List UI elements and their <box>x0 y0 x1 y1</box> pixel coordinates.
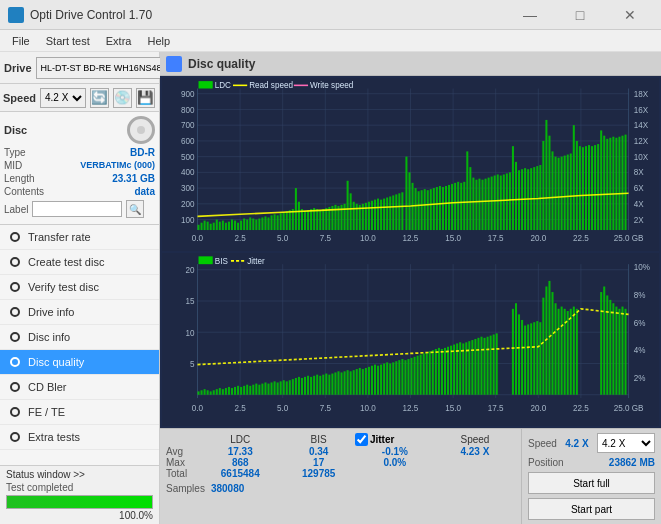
svg-rect-284 <box>411 358 413 395</box>
svg-rect-241 <box>280 381 282 394</box>
avg-ldc: 17.33 <box>198 446 282 457</box>
sidebar-item-drive-info[interactable]: Drive info <box>0 300 159 325</box>
avg-jitter: -0.1% <box>355 446 435 457</box>
svg-rect-274 <box>380 365 382 395</box>
svg-rect-329 <box>561 307 563 395</box>
drive-selector[interactable]: HL-DT-ST BD-RE WH16NS48 <box>36 57 180 79</box>
sidebar-item-disc-quality[interactable]: Disc quality <box>0 350 159 375</box>
sidebar-item-create-test-disc[interactable]: Create test disc <box>0 250 159 275</box>
svg-rect-282 <box>404 360 406 395</box>
svg-rect-39 <box>252 218 254 230</box>
svg-text:16X: 16X <box>634 105 649 114</box>
svg-rect-226 <box>234 387 236 395</box>
svg-text:10%: 10% <box>634 261 651 271</box>
svg-rect-147 <box>582 147 584 230</box>
sidebar-item-verify-test-disc[interactable]: Verify test disc <box>0 275 159 300</box>
svg-rect-342 <box>621 307 623 395</box>
svg-rect-93 <box>418 191 420 230</box>
svg-rect-225 <box>231 388 233 395</box>
svg-rect-310 <box>490 336 492 395</box>
stats-area: LDC BIS Jitter Speed <box>160 428 661 524</box>
disc-label-input[interactable] <box>32 201 122 217</box>
svg-rect-260 <box>337 371 339 394</box>
svg-rect-280 <box>398 360 400 395</box>
jitter-checkbox[interactable] <box>355 433 368 446</box>
svg-rect-80 <box>377 199 379 230</box>
sidebar-item-disc-info[interactable]: Disc info <box>0 325 159 350</box>
svg-rect-257 <box>328 375 330 395</box>
svg-rect-247 <box>298 377 300 395</box>
status-window-btn[interactable]: Status window >> <box>6 469 153 480</box>
svg-rect-313 <box>512 309 514 395</box>
svg-rect-112 <box>475 180 477 230</box>
speed-btn3[interactable]: 💾 <box>136 88 155 108</box>
disc-label-btn[interactable]: 🔍 <box>126 200 144 218</box>
svg-rect-248 <box>301 378 303 395</box>
svg-rect-50 <box>286 211 288 230</box>
transfer-rate-icon <box>8 230 22 244</box>
start-part-button[interactable]: Start part <box>528 498 655 520</box>
svg-text:8X: 8X <box>634 168 644 177</box>
svg-rect-292 <box>435 349 437 395</box>
svg-rect-158 <box>615 138 617 230</box>
svg-rect-88 <box>401 192 403 230</box>
svg-rect-264 <box>350 371 352 394</box>
speed-btn1[interactable]: 🔄 <box>90 88 109 108</box>
svg-rect-123 <box>509 172 511 230</box>
svg-text:17.5: 17.5 <box>488 233 504 242</box>
max-row: Max 868 17 0.0% <box>166 457 515 468</box>
menu-help[interactable]: Help <box>139 33 178 49</box>
svg-rect-229 <box>243 386 245 395</box>
speed-selector[interactable]: 4.2 X <box>40 88 86 108</box>
svg-rect-331 <box>567 311 569 395</box>
svg-rect-30 <box>225 223 227 230</box>
max-ldc: 868 <box>198 457 282 468</box>
ldc-header: LDC <box>198 433 282 446</box>
svg-rect-259 <box>334 372 336 394</box>
app-title: Opti Drive Control 1.70 <box>30 8 152 22</box>
speed-btn2[interactable]: 💿 <box>113 88 132 108</box>
svg-rect-133 <box>539 165 541 230</box>
svg-text:6X: 6X <box>634 184 644 193</box>
svg-rect-285 <box>414 357 416 395</box>
svg-rect-23 <box>204 221 206 230</box>
sidebar-item-extra-tests[interactable]: Extra tests <box>0 425 159 450</box>
jitter-checkbox-label[interactable]: Jitter <box>355 433 435 446</box>
speed-stat-label: Speed <box>528 438 557 449</box>
svg-rect-160 <box>621 136 623 230</box>
sidebar-item-fe-te[interactable]: FE / TE <box>0 400 159 425</box>
speed-dropdown[interactable]: 4.2 X <box>597 433 655 453</box>
menu-file[interactable]: File <box>4 33 38 49</box>
max-label: Max <box>166 457 198 468</box>
svg-rect-139 <box>558 158 560 230</box>
right-content: Disc quality <box>160 52 661 524</box>
disc-label-row: Label 🔍 <box>4 198 155 220</box>
speed-label: Speed <box>3 92 36 104</box>
maximize-button[interactable]: □ <box>557 1 603 29</box>
svg-rect-124 <box>512 146 514 230</box>
menu-extra[interactable]: Extra <box>98 33 140 49</box>
sidebar-item-transfer-rate[interactable]: Transfer rate <box>0 225 159 250</box>
minimize-button[interactable]: — <box>507 1 553 29</box>
svg-text:14X: 14X <box>634 121 649 130</box>
svg-rect-275 <box>383 363 385 394</box>
svg-rect-255 <box>322 375 324 395</box>
svg-rect-156 <box>609 138 611 230</box>
svg-rect-317 <box>524 326 526 395</box>
start-full-button[interactable]: Start full <box>528 472 655 494</box>
svg-rect-41 <box>258 218 260 230</box>
svg-rect-261 <box>341 372 343 394</box>
bis-header: BIS <box>282 433 354 446</box>
menu-start-test[interactable]: Start test <box>38 33 98 49</box>
sidebar-item-cd-bler[interactable]: CD Bler <box>0 375 159 400</box>
svg-rect-227 <box>237 386 239 395</box>
extra-tests-icon <box>8 430 22 444</box>
svg-rect-327 <box>555 303 557 395</box>
progress-bar-fill <box>7 496 152 508</box>
svg-text:Jitter: Jitter <box>247 256 265 266</box>
svg-rect-110 <box>469 167 471 230</box>
close-button[interactable]: ✕ <box>607 1 653 29</box>
svg-text:900: 900 <box>181 90 195 99</box>
svg-rect-214 <box>198 391 200 394</box>
speed-stat-row: Speed 4.2 X 4.2 X <box>528 433 655 453</box>
